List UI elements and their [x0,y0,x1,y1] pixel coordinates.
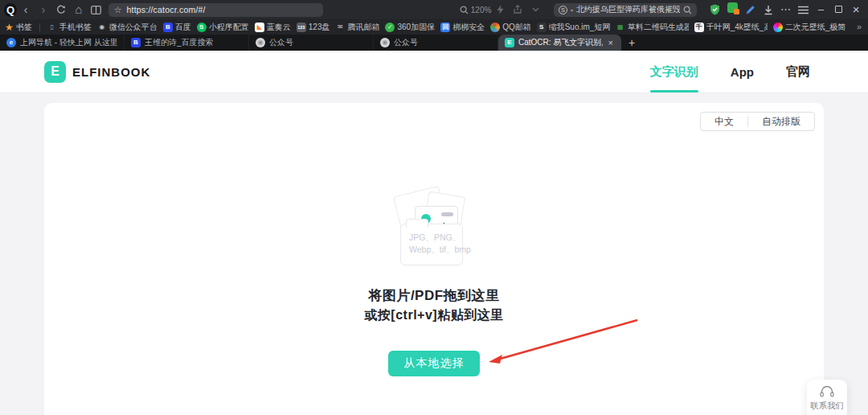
address-bar[interactable]: ☆ https://catocr.com/#/ [108,3,323,17]
red-arrow-annotation [478,313,647,369]
download-icon[interactable] [760,5,777,15]
tab-title: 公众号 [394,37,491,48]
bookmark-label: 小程序配置 [209,22,249,33]
bookmarks-root-label: 书签 [16,22,32,33]
drop-instruction-subtitle: 或按[ctrl+v]粘贴到这里 [44,307,824,324]
collect-new-icon[interactable] [724,0,742,19]
tab-title: CatOCR: 易飞文字识别, 免费在线图 [518,37,603,48]
bookmark-item[interactable]: B 百度 [163,22,191,33]
maximize-button[interactable] [829,0,847,19]
elfinbook-logo-icon: E [44,61,66,83]
browser-titlebar: Q ‹ › ⌂ ☆ https://catocr.com/#/ 120% S ▾ [0,0,868,19]
auto-layout-toggle[interactable]: 自动排版 [748,113,814,130]
contact-us-widget[interactable]: 联系我们 [807,380,847,415]
bookmark-icon: 123 [297,23,306,32]
bookmark-label: 百度 [175,22,191,33]
bookmark-item[interactable]: ◉ 微信公众平台 [97,22,158,33]
tab-close-icon[interactable]: × [607,38,615,47]
bookmark-item[interactable]: QQ邮箱 [490,22,531,33]
bookmark-icon: S [537,23,547,32]
search-hotword-box[interactable]: S ▾ 北约援乌巨型弹药库被俄摧毁 [554,3,697,17]
bookmarks-overflow-icon[interactable]: » [850,19,868,35]
reload-icon[interactable] [52,5,70,14]
browser-tab[interactable]: E CatOCR: 易飞文字识别, 免费在线图 × [498,35,621,51]
site-nav-link[interactable]: App [731,65,754,79]
formats-line1: JPG、PNG、 [409,232,462,244]
upload-dropzone-card[interactable]: 中文 自动排版 JPG、PNG、 Webp、tif、bmp 将图片/PD [44,103,824,415]
more-options-icon[interactable]: ⋯ [777,0,795,19]
bookmark-icon: S [197,23,207,32]
site-nav-link[interactable]: 文字识别 [650,64,698,80]
url-text: https://catocr.com/#/ [127,5,206,14]
select-local-file-button[interactable]: 从本地选择 [388,351,480,376]
bookmark-icon: B [163,23,173,32]
bookmark-icon [490,23,500,32]
browser-tab[interactable]: e 上网导航 - 轻快上网 从这里开始 [0,35,125,51]
flash-icon[interactable] [491,5,509,14]
forward-button[interactable]: › [35,0,52,19]
bookmark-item[interactable]: ▯ 手机书签 [47,22,92,33]
bookmark-icon: ✉ [335,23,345,32]
search-engine-icon[interactable]: S [559,6,567,14]
bookmark-item[interactable]: S 小程序配置 [197,22,249,33]
bookmark-icon [773,23,783,32]
hotword-text[interactable]: 北约援乌巨型弹药库被俄摧毁 [576,4,680,15]
zoom-level: 120% [471,6,492,14]
zoom-control[interactable]: 120% [460,6,492,14]
bookmark-icon: ◣ [255,23,264,32]
elfinbook-logo[interactable]: E ELFINBOOK [44,61,150,83]
bookmark-icon: ▦ [616,23,625,32]
back-button[interactable]: ‹ [17,0,35,19]
browser-tab[interactable]: B 王维的诗_百度搜索 [125,35,249,51]
tab-favicon: B [131,38,141,47]
brand-name: ELFINBOOK [72,65,150,79]
bookmark-item[interactable]: 二次元壁纸_极简 [773,22,846,33]
bookmarks-root[interactable]: ★ 书签 [5,22,32,33]
site-header: E ELFINBOOK 文字识别 App 官网 [0,51,868,93]
home-button[interactable]: ⌂ [70,0,88,19]
bookmark-icon: 回 [440,23,450,32]
headset-icon [820,386,834,398]
zoom-magnifier-icon [460,6,469,14]
new-tab-button[interactable]: + [621,35,642,51]
reading-list-icon[interactable] [88,6,105,14]
search-icon[interactable] [683,6,692,14]
bookmark-label: 微信公众平台 [109,22,158,33]
browser-tab[interactable]: ◉ 公众号 [374,35,498,51]
bookmark-item[interactable]: ▦ 草料二维码生成器 [616,22,689,33]
browser-tab[interactable]: ◉ 公众号 [249,35,374,51]
minimize-button[interactable]: – [812,0,829,19]
bookmark-item[interactable]: S 缩我Suo.im_短网 [537,22,610,33]
pen-tool-icon[interactable] [742,5,760,15]
drop-instruction-title: 将图片/PDF拖到这里 [44,286,824,305]
quark-logo-icon[interactable]: Q [4,3,17,17]
tab-favicon: ◉ [380,38,390,47]
language-toggle-chinese[interactable]: 中文 [701,113,747,130]
favorite-star-icon[interactable]: ☆ [114,5,122,15]
share-icon[interactable] [509,5,526,14]
bookmark-label: 二次元壁纸_极简 [785,22,846,33]
upload-illustration: JPG、PNG、 Webp、tif、bmp [394,189,474,266]
bookmark-item[interactable]: 回 梆梆安全 [440,22,485,33]
tab-favicon: e [6,38,16,47]
bookmark-label: 腾讯邮箱 [347,22,379,33]
folder-icon: JPG、PNG、 Webp、tif、bmp [400,224,463,265]
bookmark-label: 千叶网_4k壁纸_高 [706,22,768,33]
bookmark-item[interactable]: ◣ 蓝奏云 [255,22,291,33]
site-nav-link[interactable]: 官网 [786,64,810,80]
main-content: 中文 自动排版 JPG、PNG、 Webp、tif、bmp 将图片/PD [0,94,868,415]
bookmark-item[interactable]: 千 千叶网_4k壁纸_高 [694,22,768,33]
menu-icon[interactable] [794,6,812,14]
bookmark-label: 360加固保 [397,22,435,33]
close-button[interactable]: × [847,0,865,19]
bookmark-item[interactable]: ✓ 360加固保 [385,22,435,33]
chevron-down-icon[interactable] [526,7,544,12]
safety-shield-icon[interactable] [706,4,724,15]
bookmark-label: QQ邮箱 [502,22,531,33]
bookmark-label: 手机书签 [59,22,92,33]
bookmark-item[interactable]: ✉ 腾讯邮箱 [335,22,379,33]
tab-favicon: E [505,38,514,47]
cloud-icon [441,212,453,216]
bookmark-label: 123盘 [309,22,330,33]
bookmark-item[interactable]: 123 123盘 [297,22,330,33]
